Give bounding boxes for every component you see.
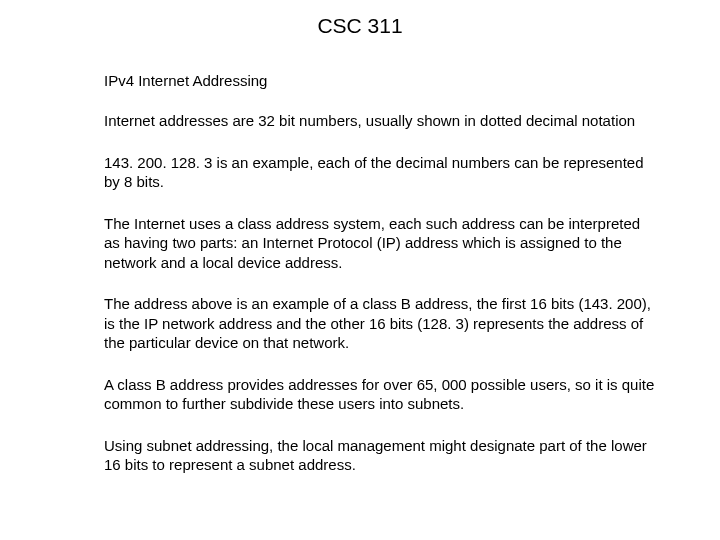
content-area: IPv4 Internet Addressing Internet addres… xyxy=(0,72,720,475)
paragraph: Internet addresses are 32 bit numbers, u… xyxy=(104,111,660,131)
paragraph: 143. 200. 128. 3 is an example, each of … xyxy=(104,153,660,192)
page-title: CSC 311 xyxy=(0,14,720,38)
paragraph: The Internet uses a class address system… xyxy=(104,214,660,273)
paragraph: Using subnet addressing, the local manag… xyxy=(104,436,660,475)
paragraph: The address above is an example of a cla… xyxy=(104,294,660,353)
paragraph: A class B address provides addresses for… xyxy=(104,375,660,414)
subtitle: IPv4 Internet Addressing xyxy=(104,72,660,89)
